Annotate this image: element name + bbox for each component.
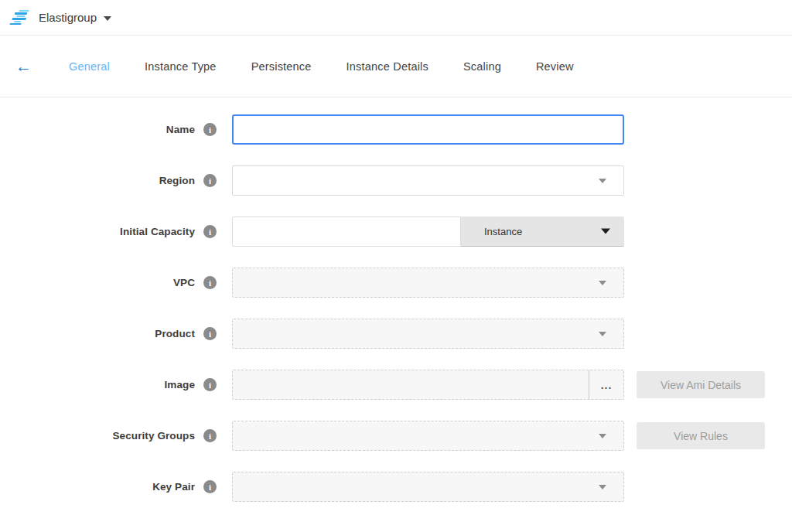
security-groups-row: Security Groups i View Rules [0,421,792,451]
region-select[interactable] [232,165,624,196]
product-row: Product i [0,319,792,349]
name-input[interactable] [232,114,624,145]
product-label: Product [155,328,195,339]
info-icon[interactable]: i [203,276,217,289]
top-bar: Elastigroup [0,0,792,36]
elastigroup-logo-icon [9,10,32,26]
general-settings-form: Name i Region i Initial Capacity i Insta… [0,97,792,502]
vpc-row: VPC i [0,268,792,298]
key-pair-row: Key Pair i [0,472,792,502]
vpc-select[interactable] [232,268,624,298]
security-groups-select[interactable] [232,421,624,451]
key-pair-select[interactable] [232,472,624,502]
image-row: Image i ... View Ami Details [0,370,792,400]
security-groups-label: Security Groups [112,430,195,442]
tab-scaling[interactable]: Scaling [463,60,501,73]
vpc-label: VPC [173,277,195,288]
info-icon[interactable]: i [203,123,217,136]
view-rules-button[interactable]: View Rules [637,422,765,449]
tab-instance-type[interactable]: Instance Type [145,60,217,73]
initial-capacity-row: Initial Capacity i Instance [0,217,792,247]
caret-down-icon [601,229,610,234]
app-name: Elastigroup [39,11,97,24]
info-icon[interactable]: i [203,327,217,340]
wizard-tabs: General Instance Type Persistence Instan… [69,60,574,73]
view-ami-details-button[interactable]: View Ami Details [637,371,765,398]
key-pair-label: Key Pair [152,481,195,493]
wizard-tab-bar: ← General Instance Type Persistence Inst… [0,36,792,97]
back-arrow-icon[interactable]: ← [15,58,32,74]
tab-instance-details[interactable]: Instance Details [346,60,428,73]
name-label: Name [166,124,195,135]
info-icon[interactable]: i [203,174,217,187]
info-icon[interactable]: i [203,378,217,391]
capacity-unit-select[interactable]: Instance [461,217,624,247]
image-browse-button[interactable]: ... [589,370,623,399]
caret-down-icon [599,485,606,489]
initial-capacity-input[interactable] [232,217,461,247]
info-icon[interactable]: i [203,225,217,238]
caret-down-icon [599,332,606,336]
caret-down-icon [599,179,606,183]
capacity-unit-value: Instance [484,226,522,237]
initial-capacity-label: Initial Capacity [120,226,195,237]
info-icon[interactable]: i [203,429,217,442]
app-switcher[interactable]: Elastigroup [39,11,111,24]
name-row: Name i [0,114,792,145]
region-row: Region i [0,165,792,196]
caret-down-icon [599,434,606,438]
image-input[interactable]: ... [232,370,624,400]
caret-down-icon [599,281,606,285]
chevron-down-icon [104,16,111,21]
region-label: Region [159,175,195,186]
info-icon[interactable]: i [203,480,217,493]
tab-review[interactable]: Review [536,60,574,73]
image-label: Image [164,379,195,390]
tab-general[interactable]: General [69,60,110,73]
product-select[interactable] [232,319,624,349]
tab-persistence[interactable]: Persistence [251,60,312,73]
